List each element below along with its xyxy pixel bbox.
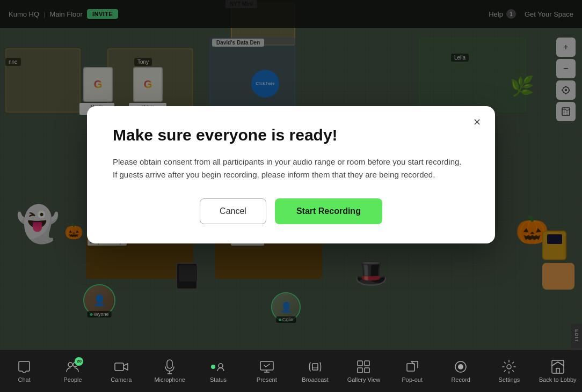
svg-rect-23: [407, 364, 414, 371]
camera-icon: [114, 361, 128, 373]
people-label: People: [63, 376, 82, 383]
svg-rect-17: [312, 364, 318, 370]
settings-label: Settings: [499, 376, 520, 383]
gallery-view-label: Gallery View: [347, 376, 381, 383]
toolbar-record[interactable]: Record: [442, 359, 479, 383]
status-indicator: [211, 363, 225, 371]
modal-body-line1: Please obtain consent from all participa…: [113, 156, 469, 168]
status-label: Status: [210, 376, 227, 383]
present-label: Present: [257, 376, 277, 383]
svg-rect-22: [365, 368, 369, 373]
toolbar-pop-out[interactable]: Pop-out: [394, 359, 431, 383]
toolbar-present[interactable]: Present: [248, 359, 286, 383]
modal-close-button[interactable]: ✕: [469, 115, 484, 130]
status-profile-icon: [216, 363, 225, 371]
svg-point-13: [219, 364, 223, 368]
broadcast-label: Broadcast: [302, 376, 329, 383]
back-to-lobby-icon: [551, 360, 564, 374]
svg-line-24: [411, 361, 414, 365]
settings-icon-container: [501, 359, 516, 374]
status-dot: [211, 365, 215, 369]
toolbar-gallery-view[interactable]: Gallery View: [345, 359, 382, 383]
people-badge: 20: [75, 357, 83, 366]
modal-backdrop: ✕ Make sure everyone is ready! Please ob…: [0, 0, 582, 349]
broadcast-icon-container: [308, 359, 323, 374]
svg-rect-10: [167, 360, 172, 368]
microphone-label: Microphone: [154, 376, 185, 383]
camera-label: Camera: [111, 376, 132, 383]
svg-rect-19: [358, 361, 362, 366]
svg-point-7: [68, 363, 72, 367]
broadcast-icon: [308, 360, 322, 373]
modal-body-line2: If guests arrive after you begin recordi…: [113, 168, 469, 181]
people-icon-container: 20: [65, 359, 80, 374]
microphone-icon-container: [162, 359, 177, 374]
gallery-view-icon-container: [356, 359, 371, 374]
svg-rect-20: [365, 361, 369, 366]
toolbar-microphone[interactable]: Microphone: [151, 359, 188, 383]
svg-rect-21: [358, 368, 362, 373]
toolbar-settings[interactable]: Settings: [490, 359, 528, 383]
toolbar-people[interactable]: 20 People: [54, 359, 91, 383]
toolbar-camera[interactable]: Camera: [103, 359, 140, 383]
chat-icon: [18, 360, 31, 373]
record-icon: [454, 360, 468, 374]
microphone-icon: [164, 359, 175, 374]
modal-body: Please obtain consent from all participa…: [113, 156, 469, 181]
recording-consent-modal: ✕ Make sure everyone is ready! Please ob…: [87, 106, 495, 243]
svg-rect-9: [115, 363, 123, 371]
status-icon-container: [210, 359, 225, 374]
present-icon-container: [259, 359, 274, 374]
pop-out-icon-container: [405, 359, 420, 374]
pop-out-icon: [406, 360, 419, 373]
toolbar-back-to-lobby[interactable]: Back to Lobby: [539, 359, 577, 383]
svg-point-26: [458, 364, 463, 369]
record-label: Record: [451, 376, 470, 383]
cancel-button[interactable]: Cancel: [200, 198, 266, 224]
toolbar-status[interactable]: Status: [199, 359, 237, 383]
camera-icon-container: [114, 359, 129, 374]
modal-actions: Cancel Start Recording: [113, 198, 469, 224]
chat-label: Chat: [18, 376, 31, 383]
back-to-lobby-icon-container: [550, 359, 565, 374]
bottom-toolbar: Chat 20 People Camera: [0, 349, 582, 392]
svg-point-27: [507, 365, 511, 369]
modal-title: Make sure everyone is ready!: [113, 125, 469, 145]
gallery-view-icon: [357, 360, 370, 373]
toolbar-chat[interactable]: Chat: [5, 359, 43, 383]
chat-icon-container: [17, 359, 32, 374]
toolbar-broadcast[interactable]: Broadcast: [296, 359, 334, 383]
start-recording-button[interactable]: Start Recording: [275, 198, 382, 224]
back-to-lobby-label: Back to Lobby: [539, 376, 577, 383]
record-icon-container: [453, 359, 468, 374]
pop-out-label: Pop-out: [402, 376, 423, 383]
present-icon: [260, 361, 274, 373]
settings-icon: [502, 360, 516, 374]
